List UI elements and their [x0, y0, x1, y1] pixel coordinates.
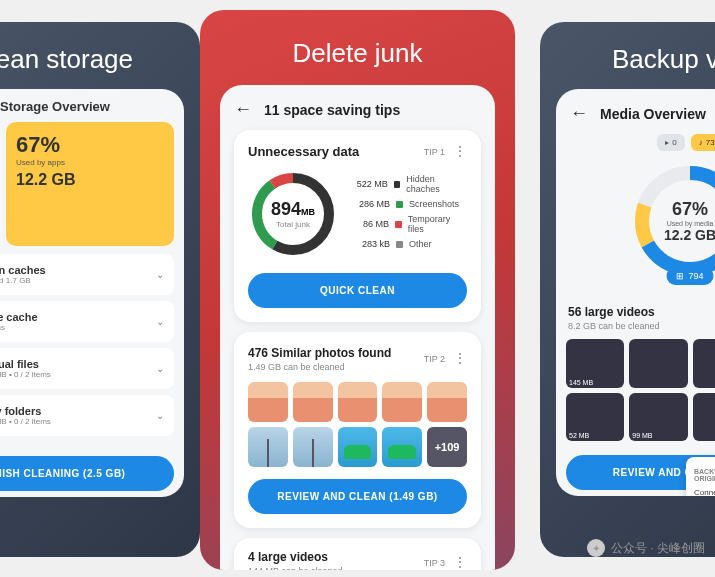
tab-videos[interactable]: ▸0 [657, 134, 684, 151]
panel-title: Delete junk [200, 10, 515, 85]
media-ring-chart: 67% Used by media 12.2 GB ⊞794 [630, 161, 715, 281]
more-icon[interactable]: ⋮ [453, 356, 467, 362]
panel-delete-junk: Delete junk ← 11 space saving tips Unnec… [200, 10, 515, 570]
storage-overview-title: Storage Overview [0, 89, 184, 122]
photo-thumb[interactable] [248, 427, 288, 467]
panel-title: Backup video [540, 22, 715, 89]
wechat-icon: ✦ [587, 539, 605, 557]
phone-screen: ← Media Overview ▸0 ♪73 67% Used by medi… [556, 89, 715, 496]
audio-icon: ♪ [699, 138, 703, 147]
chevron-down-icon: ⌄ [156, 410, 164, 421]
card-title: Unnecessary data [248, 144, 359, 159]
photos-pill[interactable]: ⊞794 [666, 267, 713, 285]
photo-grid: +109 [248, 382, 467, 467]
video-thumb[interactable]: 52 MB [566, 393, 624, 442]
card-large-videos: 4 large videos 144 MB can be cleaned TIP… [234, 538, 481, 570]
popup-option[interactable]: Connect to Cloud [694, 485, 715, 496]
video-thumb[interactable] [693, 393, 716, 442]
tip-badge: TIP 1 [424, 147, 445, 157]
quick-clean-button[interactable]: QUICK CLEAN [248, 273, 467, 308]
photo-thumb[interactable] [427, 382, 467, 422]
list-item[interactable]: Residual files0 / 535 MB • 0 / 2 items⌄ [0, 348, 174, 389]
back-icon[interactable]: ← [570, 103, 588, 124]
screen-title: Media Overview [600, 106, 706, 122]
video-thumb[interactable] [629, 339, 687, 388]
grid-icon: ⊞ [676, 271, 684, 281]
cleanup-list: Hidden cachesEstimated 1.7 GB⌄ Visible c… [0, 246, 184, 450]
chevron-down-icon: ⌄ [156, 316, 164, 327]
video-icon: ▸ [665, 138, 669, 147]
card-title: 476 Similar photos found [248, 346, 391, 360]
photo-thumb[interactable] [338, 382, 378, 422]
card-unnecessary-data: Unnecessary data TIP 1 ⋮ 894MB [234, 130, 481, 322]
card-similar-photos: 476 Similar photos found 1.49 GB can be … [234, 332, 481, 528]
list-item[interactable]: Empty folders0 / 535 MB • 0 / 2 items⌄ [0, 395, 174, 436]
photo-thumb[interactable] [248, 382, 288, 422]
tip-badge: TIP 3 [424, 558, 445, 568]
chevron-down-icon: ⌄ [156, 269, 164, 280]
more-photos-button[interactable]: +109 [427, 427, 467, 467]
panel-backup-video: Backup video ← Media Overview ▸0 ♪73 67%… [540, 22, 715, 557]
more-icon[interactable]: ⋮ [453, 560, 467, 566]
tip-badge: TIP 2 [424, 354, 445, 364]
phone-screen: ← 11 space saving tips Unnecessary data … [220, 85, 495, 570]
photo-thumb[interactable] [382, 427, 422, 467]
photo-thumb[interactable] [338, 427, 378, 467]
back-icon[interactable]: ← [234, 99, 252, 120]
photo-thumb[interactable] [293, 427, 333, 467]
video-thumb[interactable] [693, 339, 716, 388]
junk-donut-chart: 894MB Total junk [248, 169, 338, 259]
phone-screen: Storage Overview 82 Installed 6 System 6… [0, 89, 184, 497]
more-icon[interactable]: ⋮ [453, 149, 467, 155]
finish-cleaning-button[interactable]: FINISH CLEANING (2.5 GB) [0, 456, 174, 491]
video-grid: 145 MB +249 52 MB 99 MB [556, 331, 715, 449]
panel-clean-storage: clean storage Storage Overview 82 Instal… [0, 22, 200, 557]
screen-title: 11 space saving tips [264, 102, 400, 118]
watermark: ✦ 公众号 · 尖峰创圈 [587, 539, 705, 557]
stat-used[interactable]: 67% Used by apps 12.2 GB [6, 122, 174, 246]
panel-title: clean storage [0, 22, 200, 89]
chevron-down-icon: ⌄ [156, 363, 164, 374]
photo-thumb[interactable] [293, 382, 333, 422]
list-item[interactable]: Visible cache0 / 2 items⌄ [0, 301, 174, 342]
legend: 522 MBHidden chaches 286 MBScreenshots 8… [352, 174, 467, 254]
video-thumb[interactable]: 145 MB [566, 339, 624, 388]
review-clean-button[interactable]: REVIEW AND CLEAN (1.49 GB) [248, 479, 467, 514]
section-title: 56 large videos [568, 305, 715, 319]
list-item[interactable]: Hidden cachesEstimated 1.7 GB⌄ [0, 254, 174, 295]
backup-popup: BACKUP AND DELETE ORIGINAL Connect to Cl… [686, 457, 715, 496]
video-thumb[interactable]: 99 MB [629, 393, 687, 442]
photo-thumb[interactable] [382, 382, 422, 422]
tab-audio[interactable]: ♪73 [691, 134, 715, 151]
card-title: 4 large videos [248, 550, 343, 564]
